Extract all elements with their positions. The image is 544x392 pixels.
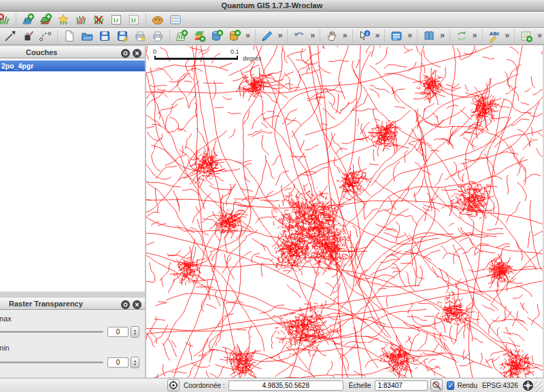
svg-text:ABc: ABc <box>488 31 500 37</box>
layers-panel-header: Couches <box>0 46 145 58</box>
labeling-icon[interactable]: ABc <box>487 29 502 43</box>
toolbar-separator <box>57 30 58 42</box>
overflow-chevron[interactable]: » <box>278 31 283 41</box>
overflow-chevron[interactable]: » <box>473 31 477 41</box>
close-icon[interactable] <box>133 48 141 57</box>
mouse-position-icon[interactable] <box>167 379 180 391</box>
map-view: 0 0.1 degrés <box>146 46 543 378</box>
crs-status-text: EPSG:4326 <box>482 382 518 389</box>
add-to-overview-icon[interactable] <box>109 12 124 27</box>
toolbar-separator <box>482 30 483 42</box>
scale-label: Échelle <box>349 382 371 389</box>
main-area: Couches 2po_4pgr Raster Transparency <box>0 46 544 378</box>
max-value-input[interactable] <box>107 327 129 337</box>
add-postgis-layer-icon[interactable] <box>209 29 224 43</box>
coordinate-input[interactable] <box>228 380 343 391</box>
raster-transparency-body: max ▲▼ min ▲▼ <box>0 310 145 378</box>
min-value-input[interactable] <box>107 357 129 368</box>
bookmark-icon[interactable] <box>422 29 437 43</box>
toolbar-separator <box>320 30 320 42</box>
highlight-layer-icon[interactable] <box>73 12 88 27</box>
print-icon[interactable] <box>150 29 165 43</box>
pan-hand-icon[interactable] <box>324 29 339 43</box>
save-project-as-icon[interactable] <box>115 29 130 43</box>
add-wms-layer-icon[interactable] <box>519 29 534 43</box>
render-label: Rendu <box>457 382 477 389</box>
remove-layer-icon[interactable] <box>0 12 12 27</box>
overflow-chevron[interactable]: » <box>407 31 412 41</box>
save-project-icon[interactable] <box>97 29 112 43</box>
status-bar: Coordonnée : Échelle ✓ Rendu EPSG:4326 <box>0 378 544 392</box>
toolbar-separator <box>449 30 450 42</box>
layer-item[interactable]: 2po_4pgr <box>0 60 145 71</box>
min-label: min <box>0 344 10 352</box>
toolbar-separator <box>514 30 515 42</box>
overflow-chevron[interactable]: » <box>310 31 315 41</box>
raster-transparency-title: Raster Transparency <box>0 300 83 308</box>
overflow-chevron[interactable]: » <box>245 31 250 41</box>
toolbar-separator <box>16 14 16 26</box>
toolbar-separator <box>384 30 385 42</box>
open-project-icon[interactable] <box>80 29 95 43</box>
add-vector-layer-2-icon[interactable] <box>174 29 189 43</box>
add-spatialite-layer-icon[interactable] <box>227 29 242 43</box>
layer-name: 2po_4pgr <box>0 62 33 70</box>
new-shapefile-layer-icon[interactable] <box>56 12 71 27</box>
overflow-chevron[interactable]: » <box>537 31 542 41</box>
identify-features-icon[interactable]: i <box>357 29 372 43</box>
add-vector-layer-icon[interactable] <box>20 12 35 27</box>
map-canvas[interactable] <box>146 46 543 378</box>
show-all-layers-icon[interactable] <box>126 12 141 27</box>
toolbar-separator <box>255 30 256 42</box>
toolbar-separator <box>417 30 418 42</box>
overflow-chevron[interactable]: » <box>375 31 380 41</box>
new-print-composer-icon[interactable] <box>133 29 148 43</box>
max-label: max <box>0 315 12 323</box>
refresh-arrows-icon[interactable] <box>454 29 469 43</box>
main-toolbar: »»»»i»»»»ABc»» <box>0 28 544 45</box>
scale-input[interactable] <box>375 380 428 391</box>
crs-status-icon[interactable] <box>522 379 534 391</box>
new-project-icon[interactable] <box>62 29 77 43</box>
close-icon[interactable] <box>133 300 141 308</box>
raster-transparency-header: Raster Transparency <box>0 297 145 310</box>
left-dock: Couches 2po_4pgr Raster Transparency <box>0 46 146 378</box>
digitize-pencil-icon[interactable] <box>260 29 275 43</box>
window-title: Quantum GIS 1.7.3-Wroclaw <box>222 1 323 10</box>
overflow-chevron[interactable]: » <box>505 31 510 41</box>
render-checkbox[interactable]: ✓ <box>447 381 455 390</box>
resize-grip[interactable] <box>534 381 543 392</box>
min-stepper[interactable]: ▲▼ <box>131 357 139 368</box>
overflow-chevron[interactable]: » <box>343 31 347 41</box>
curve-tool-icon[interactable] <box>38 29 53 43</box>
title-bar: Quantum GIS 1.7.3-Wroclaw <box>0 0 544 12</box>
ink-tool-icon[interactable] <box>20 29 35 43</box>
layers-toolbar <box>0 12 544 28</box>
add-raster-layer-2-icon[interactable] <box>192 29 207 43</box>
layer-tools-icon[interactable] <box>91 12 106 27</box>
undock-icon[interactable] <box>121 300 130 308</box>
add-raster-layer-icon[interactable] <box>38 12 53 27</box>
max-stepper[interactable]: ▲▼ <box>131 326 139 338</box>
overflow-chevron[interactable]: » <box>440 31 445 41</box>
min-slider[interactable] <box>0 361 103 363</box>
layer-palette-icon[interactable] <box>150 12 165 27</box>
toolbar-separator <box>352 30 353 42</box>
panel-splitter[interactable] <box>0 291 145 297</box>
select-tool-icon[interactable] <box>3 29 18 43</box>
layers-list: 2po_4pgr <box>0 58 145 291</box>
undo-icon[interactable] <box>292 29 307 43</box>
toolbar-separator <box>169 30 170 42</box>
layer-legend-icon[interactable] <box>168 12 183 27</box>
coordinate-label: Coordonnée : <box>184 382 225 389</box>
attribute-table-icon[interactable] <box>389 29 404 43</box>
toolbar-separator <box>146 14 146 26</box>
stop-render-icon[interactable] <box>430 379 443 391</box>
undock-icon[interactable] <box>121 48 130 57</box>
max-slider[interactable] <box>0 331 103 333</box>
toolbar-separator <box>287 30 288 42</box>
qgis-window: Quantum GIS 1.7.3-Wroclaw »»»»i»»»»ABc»»… <box>0 0 544 392</box>
layers-panel-title: Couches <box>0 48 57 56</box>
